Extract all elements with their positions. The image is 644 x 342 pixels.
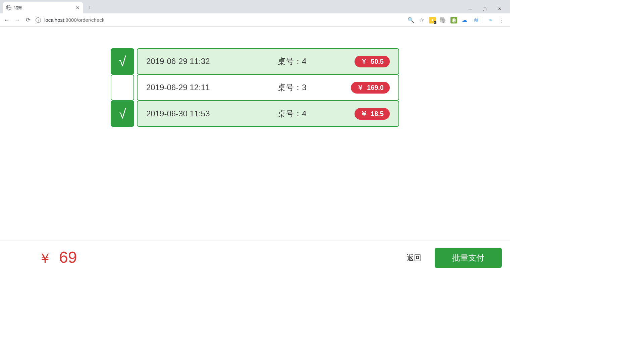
order-checkbox[interactable]: √ [111, 48, 134, 74]
order-card[interactable]: 2019-06-29 11:32 桌号：4 ￥ 50.5 [137, 48, 399, 74]
price-value: 169.0 [367, 84, 384, 92]
globe-icon [6, 5, 11, 10]
back-icon[interactable]: ← [3, 17, 10, 23]
url-host: localhost [44, 17, 64, 23]
order-price-badge: ￥ 50.5 [355, 56, 390, 67]
order-datetime: 2019-06-30 11:53 [146, 109, 254, 118]
page-content: √ 2019-06-29 11:32 桌号：4 ￥ 50.5 2019-06-2… [0, 27, 510, 275]
tab-title: 结账 [14, 5, 73, 11]
order-table: 桌号：4 [254, 108, 331, 119]
order-datetime: 2019-06-29 12:11 [146, 83, 254, 92]
window-minimize-icon[interactable]: ― [465, 6, 475, 11]
order-row: √ 2019-06-30 11:53 桌号：4 ￥ 18.5 [111, 101, 399, 127]
currency-symbol: ￥ [38, 249, 52, 268]
order-price-badge: ￥ 18.5 [355, 108, 390, 120]
order-card[interactable]: 2019-06-29 12:11 桌号：3 ￥ 169.0 [137, 74, 399, 101]
extension-green-icon[interactable]: ◉ [450, 17, 457, 23]
order-card[interactable]: 2019-06-30 11:53 桌号：4 ￥ 18.5 [137, 101, 399, 127]
stripes-icon[interactable]: ≋ [472, 17, 479, 23]
order-table: 桌号：4 [254, 56, 331, 67]
back-link[interactable]: 返回 [407, 253, 421, 263]
browser-toolbar: ← → ⟳ i localhost:8000/order/check 🔍 ☆ ■… [0, 13, 510, 27]
reload-icon[interactable]: ⟳ [25, 16, 32, 23]
new-tab-button[interactable]: + [85, 3, 95, 13]
currency-symbol: ￥ [361, 57, 367, 66]
window-controls: ― ▢ ✕ [465, 6, 510, 13]
browser-tab[interactable]: 结账 ✕ [3, 2, 83, 13]
check-icon: √ [119, 54, 126, 69]
forward-icon: → [14, 17, 21, 23]
evernote-icon[interactable]: 🐘 [440, 17, 446, 23]
order-datetime: 2019-06-29 11:32 [146, 57, 254, 66]
price-value: 18.5 [371, 110, 384, 118]
zoom-icon[interactable]: 🔍 [408, 17, 414, 23]
order-row: √ 2019-06-29 11:32 桌号：4 ￥ 50.5 [111, 48, 399, 74]
bookmark-star-icon[interactable]: ☆ [418, 17, 425, 23]
order-price-badge: ￥ 169.0 [351, 82, 390, 94]
window-maximize-icon[interactable]: ▢ [480, 6, 490, 11]
batch-pay-button[interactable]: 批量支付 [435, 248, 502, 268]
browser-menu-icon[interactable]: ⋮ [498, 17, 504, 23]
check-icon: √ [119, 106, 126, 121]
price-value: 50.5 [371, 58, 384, 65]
total-amount: ￥ 69 [38, 248, 77, 268]
extension-badge-icon[interactable]: ■ [429, 17, 436, 23]
window-close-icon[interactable]: ✕ [494, 6, 504, 11]
url-path: :8000/order/check [64, 17, 104, 23]
leaf-icon[interactable]: ❧ [487, 17, 494, 23]
order-table: 桌号：3 [254, 82, 331, 93]
footer-bar: ￥ 69 返回 批量支付 [0, 240, 510, 275]
total-value: 69 [59, 248, 77, 267]
cloud-icon[interactable]: ☁ [461, 17, 468, 23]
currency-symbol: ￥ [357, 83, 364, 92]
extension-icons: 🔍 ☆ ■ 🐘 ◉ ☁ ≋ ❧ ⋮ [408, 17, 506, 23]
close-tab-icon[interactable]: ✕ [76, 5, 80, 10]
address-bar[interactable]: i localhost:8000/order/check [36, 17, 104, 23]
order-checkbox[interactable]: √ [111, 101, 134, 127]
currency-symbol: ￥ [361, 109, 367, 118]
separator [483, 17, 483, 23]
site-info-icon[interactable]: i [36, 17, 41, 23]
order-row: 2019-06-29 12:11 桌号：3 ￥ 169.0 [111, 74, 399, 101]
order-list: √ 2019-06-29 11:32 桌号：4 ￥ 50.5 2019-06-2… [111, 48, 399, 127]
order-checkbox[interactable] [111, 74, 134, 101]
browser-tab-strip: 结账 ✕ + ― ▢ ✕ [0, 0, 510, 13]
